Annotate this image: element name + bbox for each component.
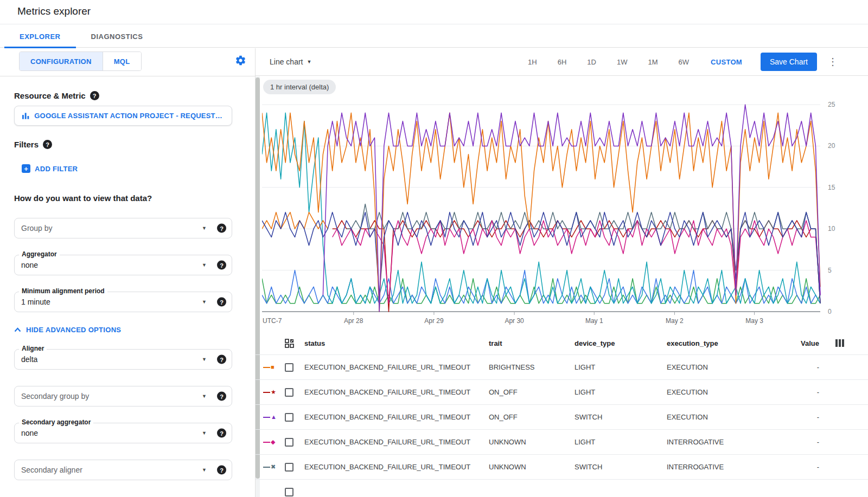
field-minimum-alignment-period[interactable]: Minimum alignment period1 minute▼? bbox=[14, 292, 232, 312]
row-checkbox[interactable] bbox=[285, 438, 293, 447]
chart-toolbar: Line chart ▼ 1H 6H 1D 1W 1M 6W CUSTOM Sa… bbox=[256, 48, 868, 76]
page-title: Metrics explorer bbox=[17, 5, 91, 17]
legend-marker: ★ bbox=[263, 389, 285, 395]
cell-execution-type: INTERROGATIVE bbox=[667, 463, 783, 471]
configuration-panel: CONFIGURATION MQL Resource & Metric ? GO… bbox=[0, 48, 255, 497]
range-1w-button[interactable]: 1W bbox=[617, 58, 628, 66]
help-icon[interactable]: ? bbox=[217, 224, 226, 233]
field-secondary-aggregator[interactable]: Secondary aggregatornone▼? bbox=[14, 423, 232, 443]
help-icon[interactable]: ? bbox=[217, 392, 226, 401]
help-icon[interactable]: ? bbox=[217, 261, 226, 270]
settings-gear-icon[interactable] bbox=[235, 55, 246, 66]
range-1d-button[interactable]: 1D bbox=[587, 58, 596, 66]
field-value: none bbox=[21, 261, 38, 269]
field-placeholder: Secondary aligner bbox=[21, 466, 82, 474]
time-range-group: 1H 6H 1D 1W 1M 6W CUSTOM Save Chart ⋮ bbox=[507, 53, 838, 71]
svg-text:May 3: May 3 bbox=[745, 317, 763, 325]
add-filter-label: ADD FILTER bbox=[35, 165, 78, 173]
cell-trait: UNKNOWN bbox=[489, 438, 575, 446]
legend-line bbox=[263, 442, 270, 443]
mql-toggle[interactable]: MQL bbox=[103, 52, 141, 70]
help-icon[interactable]: ? bbox=[217, 355, 226, 364]
legend-shape-icon: ■ bbox=[271, 364, 275, 370]
svg-text:10: 10 bbox=[828, 225, 835, 233]
range-custom-button[interactable]: CUSTOM bbox=[711, 58, 742, 66]
legend-line bbox=[263, 392, 270, 393]
field-aggregator[interactable]: Aggregatornone▼? bbox=[14, 255, 232, 275]
help-icon[interactable]: ? bbox=[90, 91, 99, 100]
row-checkbox[interactable] bbox=[285, 463, 293, 472]
save-chart-button[interactable]: Save Chart bbox=[761, 53, 817, 71]
field-secondary-group-by[interactable]: Secondary group by▼? bbox=[14, 386, 232, 406]
legend-marker: ✖ bbox=[263, 464, 285, 470]
series-unlabeled-orange-mid bbox=[262, 212, 328, 229]
range-1m-button[interactable]: 1M bbox=[648, 58, 658, 66]
dropdown-caret-icon: ▼ bbox=[202, 430, 207, 436]
dropdown-caret-icon: ▼ bbox=[202, 393, 207, 399]
cell-value: - bbox=[783, 438, 820, 446]
svg-text:UTC-7: UTC-7 bbox=[263, 317, 282, 325]
row-checkbox[interactable] bbox=[285, 388, 293, 397]
range-6w-button[interactable]: 6W bbox=[679, 58, 690, 66]
bar-chart-icon bbox=[22, 112, 29, 120]
filters-section: Filters ? bbox=[14, 140, 52, 149]
cell-device-type: LIGHT bbox=[575, 438, 667, 446]
field-placeholder: Group by bbox=[21, 224, 53, 233]
range-6h-button[interactable]: 6H bbox=[558, 58, 567, 66]
help-icon[interactable]: ? bbox=[43, 140, 52, 149]
field-value: none bbox=[21, 429, 38, 437]
help-icon[interactable]: ? bbox=[217, 429, 226, 438]
line-chart: 0510152025Apr 28Apr 29Apr 30May 1May 2Ma… bbox=[262, 100, 853, 328]
field-secondary-aligner[interactable]: Secondary aligner▼? bbox=[14, 460, 232, 480]
chart-type-dropdown[interactable]: Line chart ▼ bbox=[270, 57, 311, 66]
legend-shape-icon: ✖ bbox=[271, 464, 276, 470]
cell-trait: UNKNOWN bbox=[489, 463, 575, 471]
table-body: ■EXECUTION_BACKEND_FAILURE_URL_TIMEOUTBR… bbox=[256, 354, 868, 497]
cell-execution-type: EXECUTION bbox=[667, 363, 783, 371]
resource-metric-chip-label: GOOGLE ASSISTANT ACTION PROJECT - REQUES… bbox=[34, 112, 224, 120]
resource-metric-label: Resource & Metric bbox=[14, 91, 86, 100]
legend-shape-icon: ▲ bbox=[271, 414, 277, 420]
resource-metric-chip[interactable]: GOOGLE ASSISTANT ACTION PROJECT - REQUES… bbox=[14, 106, 232, 126]
svg-text:25: 25 bbox=[828, 101, 835, 108]
field-placeholder: Secondary group by bbox=[21, 392, 89, 401]
view-data-question: How do you want to view that data? bbox=[14, 193, 152, 203]
cell-trait: BRIGHTNESS bbox=[489, 363, 575, 371]
table-row: ■EXECUTION_BACKEND_FAILURE_URL_TIMEOUTBR… bbox=[256, 354, 868, 379]
svg-text:5: 5 bbox=[828, 267, 832, 274]
add-filter-button[interactable]: + ADD FILTER bbox=[22, 164, 78, 173]
row-checkbox[interactable] bbox=[285, 488, 293, 496]
select-all-icon[interactable] bbox=[285, 339, 294, 348]
legend-marker: ◆ bbox=[263, 439, 285, 445]
tab-diagnostics[interactable]: DIAGNOSTICS bbox=[76, 25, 158, 48]
row-checkbox[interactable] bbox=[285, 413, 293, 422]
cell-value: - bbox=[783, 363, 820, 371]
view-columns-icon[interactable] bbox=[835, 339, 844, 347]
cell-execution-type: INTERROGATIVE bbox=[667, 438, 783, 446]
field-label: Secondary aggregator bbox=[19, 418, 93, 426]
field-aligner[interactable]: Alignerdelta▼? bbox=[14, 349, 232, 370]
top-tab-bar: EXPLORER DIAGNOSTICS bbox=[0, 25, 868, 48]
table-row: ◆EXECUTION_BACKEND_FAILURE_URL_TIMEOUTUN… bbox=[256, 429, 868, 454]
help-icon[interactable]: ? bbox=[217, 466, 226, 475]
cell-device-type: SWITCH bbox=[575, 463, 667, 471]
cell-trait: ON_OFF bbox=[489, 388, 575, 396]
help-icon[interactable]: ? bbox=[217, 298, 226, 307]
dropdown-caret-icon: ▼ bbox=[202, 467, 207, 473]
cell-execution-type: EXECUTION bbox=[667, 388, 783, 396]
col-value: Value bbox=[783, 339, 820, 347]
row-checkbox[interactable] bbox=[285, 363, 293, 372]
svg-text:0: 0 bbox=[828, 308, 832, 315]
range-1h-button[interactable]: 1H bbox=[528, 58, 537, 66]
cell-value: - bbox=[783, 388, 820, 396]
table-header: status trait device_type execution_type … bbox=[256, 332, 868, 354]
svg-text:May 2: May 2 bbox=[666, 317, 684, 325]
legend-line bbox=[263, 467, 270, 468]
configuration-toggle[interactable]: CONFIGURATION bbox=[20, 52, 103, 70]
chevron-up-icon bbox=[14, 327, 21, 332]
cell-value: - bbox=[783, 463, 820, 471]
tab-explorer[interactable]: EXPLORER bbox=[4, 25, 76, 48]
hide-advanced-options-button[interactable]: HIDE ADVANCED OPTIONS bbox=[14, 326, 121, 334]
kebab-menu-icon[interactable]: ⋮ bbox=[828, 56, 838, 68]
field-group-by[interactable]: Group by▼? bbox=[14, 218, 232, 238]
